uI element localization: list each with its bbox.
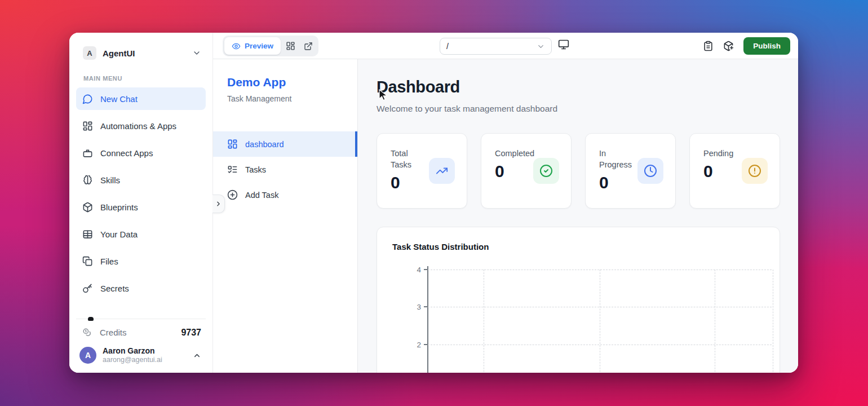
main-sidebar: A AgentUI MAIN MENU New Chat Automations… [69,33,213,373]
app-nav-tasks[interactable]: Tasks [213,157,357,182]
workspace-switcher[interactable]: A AgentUI [69,33,212,60]
publish-button[interactable]: Publish [743,37,790,55]
sidebar-item-label: New Chat [100,94,138,104]
topbar: Preview / [213,33,798,59]
sidebar-footer: Credits 9737 A Aaron Garzon aarong@agent… [69,319,212,373]
trending-up-icon [429,158,455,184]
sidebar-item-label: Automations & Apps [100,121,176,131]
circle-alert-icon [742,158,768,184]
sidebar-item-your-data[interactable]: Your Data [76,223,206,245]
package-plus-icon [723,41,734,51]
stat-card-completed: Completed 0 [481,133,572,209]
stat-cards: Total Tasks 0 Completed 0 In Progress 0 [377,133,780,209]
toy-brick-icon [82,148,93,158]
brain-icon [82,175,93,186]
x-gridline-2 [600,270,600,373]
user-menu[interactable]: A Aaron Garzon aarong@agentui.ai [69,346,212,365]
layout-grid-icon [82,121,93,131]
app-panel-nav: dashboard Tasks Add Task [213,131,357,208]
sidebar-item-files[interactable]: Files [76,250,206,272]
clock-icon [637,158,663,184]
y-axis-line [427,266,428,373]
credits-value: 9737 [181,328,201,338]
circle-check-icon [533,158,559,184]
grid-view-button[interactable] [282,37,299,55]
route-value: / [446,42,449,51]
page-title: Dashboard [377,78,780,96]
stat-label: Total Tasks [391,148,427,170]
sidebar-item-label: Secrets [100,284,129,293]
stat-label: Pending [703,148,739,159]
app-title: Demo App [227,76,357,89]
user-name: Aaron Garzon [103,346,162,356]
user-email: aarong@agentui.ai [103,356,162,365]
external-link-icon [304,42,313,51]
sidebar-item-label: Skills [100,175,120,185]
app-subtitle: Task Management [227,94,357,103]
y-tick-label: 3 [406,303,421,311]
message-circle-icon [82,94,93,104]
sidebar-item-automations-apps[interactable]: Automations & Apps [76,114,206,137]
y-tickmark [424,269,427,270]
sidebar-item-label: Blueprints [100,202,138,212]
sidebar-item-label: Connect Apps [100,148,153,158]
stat-label: In Progress [599,148,635,170]
preview-toggle[interactable]: Preview [224,37,281,55]
app-nav-dashboard[interactable]: dashboard [213,131,357,157]
collapse-panel-handle[interactable] [212,195,225,213]
stat-card-pending: Pending 0 [689,133,780,209]
list-todo-icon [227,164,238,175]
chart-plot: 4 3 2 [377,227,780,373]
app-nav-label: dashboard [245,140,284,149]
coins-icon [82,328,92,338]
changelog-button[interactable] [703,41,714,51]
credits-row: Credits 9737 [69,319,212,338]
app-panel: Demo App Task Management dashboard Tasks… [213,59,358,373]
chart-card: Task Status Distribution 4 [377,227,780,373]
package-icon [82,202,93,213]
sidebar-divider [76,319,206,319]
circle-plus-icon [227,189,238,200]
user-avatar: A [79,347,96,364]
dashboard-main: Dashboard Welcome to your task managemen… [358,59,798,373]
clipboard-list-icon [703,41,714,51]
x-gridline-3 [715,270,715,373]
chevron-down-icon [537,42,545,51]
monitor-icon [558,39,569,50]
preview-label: Preview [245,42,273,50]
device-preview-button[interactable] [558,39,569,50]
layout-grid-icon [286,41,295,51]
content-row: Demo App Task Management dashboard Tasks… [213,59,798,373]
user-texts: Aaron Garzon aarong@agentui.ai [103,346,162,365]
chevron-right-icon [215,200,222,208]
x-gridline-1 [484,270,484,373]
app-window: A AgentUI MAIN MENU New Chat Automations… [69,33,798,373]
app-nav-label: Tasks [245,165,266,174]
clipped-icon [88,317,94,321]
table-icon [82,229,93,240]
chevron-up-icon [193,351,201,360]
sidebar-item-connect-apps[interactable]: Connect Apps [76,142,206,164]
eye-icon [232,42,241,51]
package-export-button[interactable] [723,41,734,51]
y-tickmark [424,344,427,345]
sidebar-item-secrets[interactable]: Secrets [76,277,206,299]
chevron-down-icon [192,48,201,58]
app-nav-add-task[interactable]: Add Task [213,182,357,208]
page-subtitle: Welcome to your task management dashboar… [377,104,780,114]
sidebar-item-blueprints[interactable]: Blueprints [76,196,206,218]
workspace-avatar: A [83,46,96,60]
sidebar-item-skills[interactable]: Skills [76,169,206,191]
sidebar-nav: New Chat Automations & Apps Connect Apps… [69,87,212,304]
sidebar-item-label: Your Data [100,230,138,239]
topbar-actions: Publish [703,33,790,59]
y-tick-label: 4 [406,266,421,274]
layout-grid-icon [227,139,238,149]
y-tickmark [424,306,427,307]
sidebar-item-new-chat[interactable]: New Chat [76,87,206,110]
route-select[interactable]: / [440,38,552,55]
stat-card-in-progress: In Progress 0 [585,133,676,209]
sidebar-section-label: MAIN MENU [83,75,212,82]
open-external-button[interactable] [300,37,317,55]
sidebar-item-label: Files [100,257,118,266]
